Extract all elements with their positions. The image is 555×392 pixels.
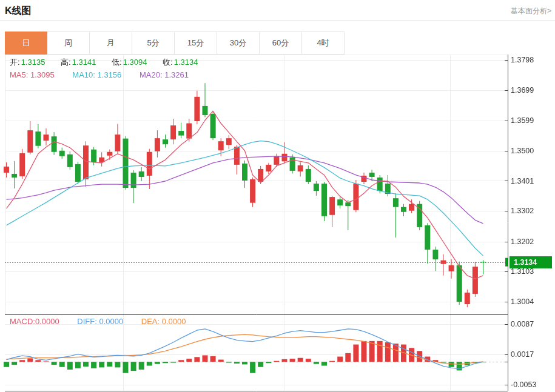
y-axis-tick: 1.3401 [511, 176, 553, 186]
y-axis-tick: 1.3599 [511, 116, 553, 125]
dea-value-legend: DEA: 0.0000 [141, 317, 186, 326]
ma5-legend: MA5: 1.3095 [10, 70, 55, 79]
close-label: 收: [163, 58, 173, 67]
y-axis-tick: 1.3500 [511, 146, 553, 156]
current-price-badge: 1.3134 [510, 256, 552, 268]
page-title: K线图 [5, 5, 32, 18]
chart-area: 开:1.3135 高:1.3141 低:1.3094 收:1.3134 MA5:… [0, 51, 555, 392]
macd-value-legend: MACD:0.0000 [10, 317, 59, 326]
ma20-legend: MA20: 1.3261 [140, 70, 189, 79]
fundamental-analysis-link[interactable]: 基本面分析> [511, 6, 551, 16]
y-axis-tick: 1.3798 [511, 55, 553, 65]
macd-axis-tick: 0.0087 [511, 319, 553, 329]
kline-chart-canvas[interactable] [0, 51, 555, 392]
ohlc-legend: 开:1.3135 高:1.3141 低:1.3094 收:1.3134 [10, 57, 211, 68]
high-value: 1.3141 [72, 58, 96, 67]
macd-axis-tick: -0.0053 [511, 380, 553, 390]
low-label: 低: [112, 58, 122, 67]
y-axis-tick: 1.3004 [511, 297, 553, 307]
open-value: 1.3135 [21, 58, 45, 67]
y-axis-tick: 1.3202 [511, 237, 553, 247]
low-value: 1.3094 [123, 58, 147, 67]
macd-legend: MACD:0.0000 DIFF: 0.0000 DEA: 0.0000 [10, 317, 202, 326]
diff-value-legend: DIFF: 0.0000 [77, 317, 123, 326]
macd-axis-tick: 0.0017 [511, 350, 553, 359]
header-divider [0, 20, 555, 21]
y-axis-tick: 1.3302 [511, 206, 553, 216]
high-label: 高: [61, 58, 71, 67]
open-label: 开: [10, 58, 20, 67]
kline-page: K线图 基本面分析> 日 周 月 5分 15分 30分 60分 4时 开:1.3… [0, 0, 555, 392]
ma10-legend: MA10: 1.3156 [72, 70, 121, 79]
ma-legend: MA5: 1.3095 MA10: 1.3156 MA20: 1.3261 [10, 70, 204, 79]
y-axis-tick: 1.3699 [511, 85, 553, 95]
close-value: 1.3134 [174, 58, 198, 67]
